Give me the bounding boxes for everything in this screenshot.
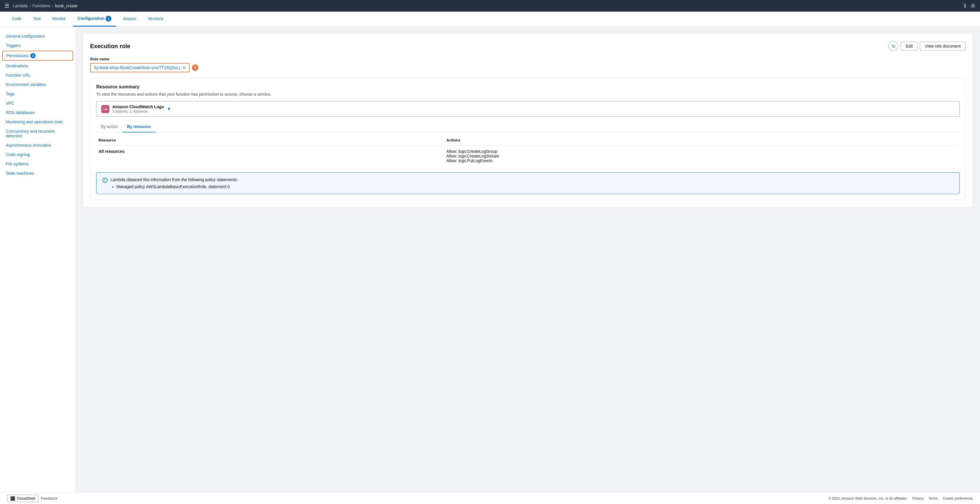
refresh-button[interactable]: ↻ [888,41,898,51]
tab-versions[interactable]: Versions [143,12,168,26]
external-link-icon: ⧉ [183,66,186,70]
main-content: Execution role ↻ Edit View role document… [76,27,980,504]
breadcrumb: Lambda › Functions › book_create [13,3,78,8]
role-name-link[interactable]: fcj-book-shop-BookCreateRole-smcTTV5Q5aL… [90,63,189,72]
role-name-row: fcj-book-shop-BookCreateRole-smcTTV5Q5aL… [90,63,966,72]
action-3: Allow: logs:PutLogEvents [447,158,958,163]
table-cell-resource: All resources [96,146,442,167]
service-name: Amazon CloudWatch Logs [112,105,164,109]
sidebar-item-code-signing[interactable]: Code signing [0,150,76,159]
breadcrumb-sep-1: › [29,3,31,8]
policy-info-content: Lambda obtained this information from th… [111,177,238,189]
role-name-text: fcj-book-shop-BookCreateRole-smcTTV5Q5aL… [94,65,181,70]
breadcrumb-lambda[interactable]: Lambda [13,3,28,8]
policy-info-list: Managed policy AWSLambdaBasicExecutionRo… [111,184,238,189]
nav-right-icons: ℹ ⚙ [964,3,975,9]
svg-text:CW: CW [103,108,108,111]
info-circle-icon: i [102,178,108,183]
sidebar-item-async-invocation[interactable]: Asynchronous invocation [0,141,76,150]
sidebar-item-permissions[interactable]: Permissions 2 [2,51,73,60]
table-header-resource: Resource [96,135,442,146]
bottom-bar: ⬛ CloudShell Feedback © 2024, Amazon Web… [0,492,980,504]
execution-role-header: Execution role ↻ Edit View role document [90,41,966,51]
service-meta: 3 actions, 1 resource [112,109,164,113]
sidebar-item-environment-variables[interactable]: Environment variables [0,80,76,89]
table-cell-actions: Allow: logs:CreateLogGroup Allow: logs:C… [442,146,959,167]
resource-summary-card: Resource summary To view the resources a… [90,78,966,200]
role-number-badge: 3 [192,64,198,71]
cloudshell-label: CloudShell [17,496,35,501]
policy-info-text: Lambda obtained this information from th… [111,177,238,182]
role-name-label: Role name [90,57,966,61]
view-role-document-button[interactable]: View role document [920,42,966,51]
sidebar-item-rds-databases[interactable]: RDS databases [0,108,76,117]
content-layout: General configuration Triggers Permissio… [0,27,980,504]
hamburger-menu[interactable]: ☰ [5,3,10,9]
tab-aliases[interactable]: Aliases [118,12,141,26]
bottom-bar-right: © 2024, Amazon Web Services, Inc. or its… [828,496,973,501]
tab-by-resource[interactable]: By resource [123,121,156,132]
service-dropdown[interactable]: CW Amazon CloudWatch Logs 3 actions, 1 r… [96,101,959,117]
sidebar-item-triggers[interactable]: Triggers [0,41,76,50]
privacy-link[interactable]: Privacy [912,496,924,501]
tab-code[interactable]: Code [7,12,26,26]
tab-configuration[interactable]: Configuration1 [73,12,116,27]
execution-role-title: Execution role [90,43,130,49]
cloudshell-icon: ⬛ [10,496,15,501]
sidebar-item-function-url[interactable]: Function URL [0,71,76,80]
edit-button[interactable]: Edit [900,42,918,51]
service-info: Amazon CloudWatch Logs 3 actions, 1 reso… [112,105,164,113]
cookie-preferences-link[interactable]: Cookie preferences [943,496,973,501]
sidebar-item-destinations[interactable]: Destinations [0,61,76,71]
tab-by-action[interactable]: By action [96,121,123,132]
dropdown-arrow-icon: ▼ [167,107,172,112]
sidebar-item-tags[interactable]: Tags [0,89,76,99]
settings-icon[interactable]: ⚙ [970,3,975,9]
execution-role-actions: ↻ Edit View role document [888,41,966,51]
configuration-badge: 1 [106,16,111,22]
sidebar-item-vpc[interactable]: VPC [0,99,76,108]
service-icon: CW [101,105,110,113]
terms-link[interactable]: Terms [928,496,938,501]
top-nav: ☰ Lambda › Functions › book_create ℹ ⚙ [0,0,980,12]
sidebar-item-file-systems[interactable]: File systems [0,159,76,169]
inner-tabs: By action By resource [96,121,959,133]
copyright-text: © 2024, Amazon Web Services, Inc. or its… [828,496,908,501]
tabs-row: Code Test Monitor Configuration1 Aliases… [0,12,980,27]
cloudshell-button[interactable]: ⬛ CloudShell [7,494,38,502]
action-2: Allow: logs:CreateLogStream [447,154,958,158]
execution-role-card: Execution role ↻ Edit View role document… [83,34,973,207]
breadcrumb-current: book_create [55,3,78,8]
sidebar-item-general-configuration[interactable]: General configuration [0,32,76,41]
action-1: Allow: logs:CreateLogGroup [447,149,958,154]
sidebar-item-state-machines[interactable]: State machines [0,169,76,178]
tab-test[interactable]: Test [28,12,45,26]
breadcrumb-functions[interactable]: Functions [32,3,50,8]
sidebar-item-concurrency[interactable]: Concurrency and recursion detection [0,127,76,141]
bottom-bar-left: ⬛ CloudShell Feedback [7,494,57,502]
sidebar: General configuration Triggers Permissio… [0,27,76,504]
policy-info-item-0: Managed policy AWSLambdaBasicExecutionRo… [116,184,238,189]
feedback-button[interactable]: Feedback [41,496,57,501]
tab-monitor[interactable]: Monitor [48,12,71,26]
table-header-actions: Actions [442,135,959,146]
table-row: All resources Allow: logs:CreateLogGroup… [96,146,959,167]
permissions-badge: 2 [30,53,36,58]
resource-summary-desc: To view the resources and actions that y… [96,92,959,97]
sidebar-item-monitoring-operations[interactable]: Monitoring and operations tools [0,117,76,127]
main-wrapper: Code Test Monitor Configuration1 Aliases… [0,12,980,504]
role-name-field: Role name fcj-book-shop-BookCreateRole-s… [90,57,966,72]
info-icon[interactable]: ℹ [964,3,966,9]
breadcrumb-sep-2: › [52,3,53,8]
resource-summary-title: Resource summary [96,84,959,89]
policy-info-box: i Lambda obtained this information from … [96,172,959,194]
resource-table: Resource Actions All resources Allow: lo… [96,135,959,167]
